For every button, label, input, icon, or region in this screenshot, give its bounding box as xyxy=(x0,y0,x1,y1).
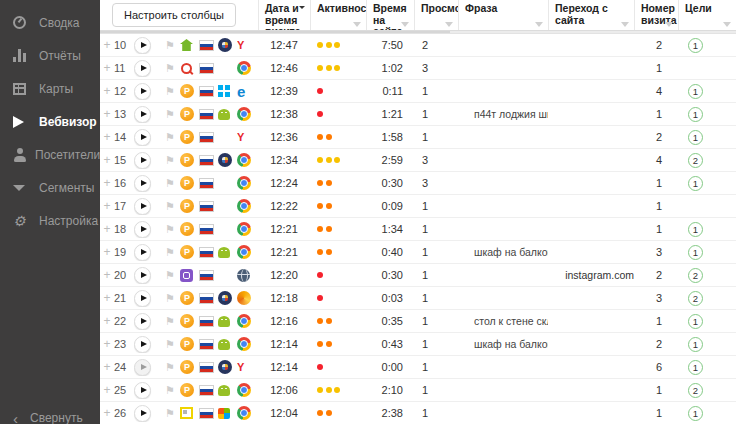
expand-row-button[interactable]: + xyxy=(100,406,114,420)
expand-row-button[interactable]: + xyxy=(100,176,114,190)
activity-indicator xyxy=(310,203,366,209)
bookmark-flag-icon[interactable]: ⚑ xyxy=(160,292,180,305)
bookmark-flag-icon[interactable]: ⚑ xyxy=(160,384,180,397)
expand-row-button[interactable]: + xyxy=(100,383,114,397)
country-cell xyxy=(199,293,218,304)
play-visit-button[interactable] xyxy=(134,405,151,422)
table-row: +16⚑Р12:240:30311 xyxy=(100,172,736,195)
expand-row-button[interactable]: + xyxy=(100,130,114,144)
play-visit-button[interactable] xyxy=(134,175,151,192)
expand-row-button[interactable]: + xyxy=(100,107,114,121)
expand-row-button[interactable]: + xyxy=(100,268,114,282)
source-cell: Р xyxy=(180,222,199,236)
bookmark-flag-icon[interactable]: ⚑ xyxy=(160,39,180,52)
expand-row-button[interactable]: + xyxy=(100,199,114,213)
play-visit-button[interactable] xyxy=(134,359,151,376)
configure-columns-button[interactable]: Настроить столбцы xyxy=(112,3,236,27)
play-visit-button[interactable] xyxy=(134,290,151,307)
expand-row-button[interactable]: + xyxy=(100,314,114,328)
sidebar-item-play[interactable]: Вебвизор xyxy=(0,105,100,138)
visit-number: 1 xyxy=(634,200,678,212)
bookmark-flag-icon[interactable]: ⚑ xyxy=(160,223,180,236)
play-visit-button[interactable] xyxy=(134,152,151,169)
bookmark-flag-icon[interactable]: ⚑ xyxy=(160,338,180,351)
column-header[interactable]: Цели xyxy=(678,0,736,30)
expand-row-button[interactable]: + xyxy=(100,61,114,75)
filter-funnel-icon[interactable] xyxy=(401,22,409,27)
play-visit-button[interactable] xyxy=(134,129,151,146)
play-visit-button[interactable] xyxy=(134,221,151,238)
browser-chrome-icon xyxy=(237,406,251,420)
bookmark-flag-icon[interactable]: ⚑ xyxy=(160,200,180,213)
sort-desc-icon[interactable] xyxy=(299,6,305,12)
filter-funnel-icon[interactable] xyxy=(723,22,731,27)
activity-dot-icon xyxy=(334,157,340,163)
filter-funnel-icon[interactable] xyxy=(445,22,453,27)
visit-time: 12:16 xyxy=(258,315,310,327)
bookmark-flag-icon[interactable]: ⚑ xyxy=(160,108,180,121)
column-header[interactable]: Номер визита xyxy=(634,0,678,30)
activity-indicator xyxy=(310,111,366,117)
expand-row-button[interactable]: + xyxy=(100,153,114,167)
column-header[interactable]: Просмотры xyxy=(414,0,458,30)
row-number: 19 xyxy=(114,246,134,258)
bookmark-flag-icon[interactable]: ⚑ xyxy=(160,62,180,75)
play-cell xyxy=(134,83,160,100)
bookmark-flag-icon[interactable]: ⚑ xyxy=(160,361,180,374)
play-visit-button[interactable] xyxy=(134,313,151,330)
column-header[interactable]: Активность xyxy=(310,0,366,30)
play-visit-button[interactable] xyxy=(134,60,151,77)
play-visit-button[interactable] xyxy=(134,244,151,261)
expand-row-button[interactable]: + xyxy=(100,222,114,236)
column-header[interactable]: Дата и время визита xyxy=(258,0,310,30)
play-visit-button[interactable] xyxy=(134,83,151,100)
sidebar-collapse-button[interactable]: ‹ Свернуть xyxy=(0,405,83,424)
bookmark-flag-icon[interactable]: ⚑ xyxy=(160,131,180,144)
play-visit-button[interactable] xyxy=(134,106,151,123)
play-cell xyxy=(134,244,160,261)
bookmark-flag-icon[interactable]: ⚑ xyxy=(160,315,180,328)
expand-row-button[interactable]: + xyxy=(100,291,114,305)
play-visit-button[interactable] xyxy=(134,198,151,215)
sidebar-item-funnel[interactable]: Сегменты xyxy=(0,171,100,204)
page-views: 3 xyxy=(414,177,458,189)
sidebar-item-gauge[interactable]: Сводка xyxy=(0,6,100,39)
flag-russia-icon xyxy=(199,316,214,327)
column-header[interactable]: Фраза xyxy=(458,0,548,30)
bookmark-flag-icon[interactable]: ⚑ xyxy=(160,177,180,190)
sidebar-item-map[interactable]: Карты xyxy=(0,72,100,105)
bookmark-flag-icon[interactable]: ⚑ xyxy=(160,407,180,420)
column-header[interactable]: Время на сайте xyxy=(366,0,414,30)
flag-russia-icon xyxy=(199,109,214,120)
bookmark-flag-icon[interactable]: ⚑ xyxy=(160,154,180,167)
goal-count-badge: 1 xyxy=(688,245,703,260)
play-visit-button[interactable] xyxy=(134,336,151,353)
expand-row-button[interactable]: + xyxy=(100,360,114,374)
expand-row-button[interactable]: + xyxy=(100,38,114,52)
play-visit-button[interactable] xyxy=(134,267,151,284)
expand-row-button[interactable]: + xyxy=(100,337,114,351)
expand-row-button[interactable]: + xyxy=(100,84,114,98)
time-on-site: 2:59 xyxy=(366,154,414,166)
country-cell xyxy=(199,224,218,235)
column-header[interactable]: Переход с сайта xyxy=(548,0,634,30)
bookmark-flag-icon[interactable]: ⚑ xyxy=(160,85,180,98)
os-android-icon xyxy=(218,385,230,396)
referral-site: instagram.com xyxy=(548,269,634,281)
filter-funnel-icon[interactable] xyxy=(665,22,673,27)
visit-number: 1 xyxy=(634,384,678,396)
filter-funnel-icon[interactable] xyxy=(621,22,629,27)
page-views: 1 xyxy=(414,361,458,373)
play-visit-button[interactable] xyxy=(134,382,151,399)
bookmark-flag-icon[interactable]: ⚑ xyxy=(160,269,180,282)
bookmark-flag-icon[interactable]: ⚑ xyxy=(160,246,180,259)
browser-chrome-icon xyxy=(237,314,251,328)
sidebar-item-person[interactable]: Посетители xyxy=(0,138,100,171)
filter-funnel-icon[interactable] xyxy=(353,22,361,27)
expand-row-button[interactable]: + xyxy=(100,245,114,259)
play-cell xyxy=(134,221,160,238)
play-visit-button[interactable] xyxy=(134,37,151,54)
filter-funnel-icon[interactable] xyxy=(535,22,543,27)
sidebar-item-bar-chart[interactable]: Отчёты xyxy=(0,39,100,72)
sidebar-item-gear[interactable]: ⚙Настройка xyxy=(0,204,100,237)
